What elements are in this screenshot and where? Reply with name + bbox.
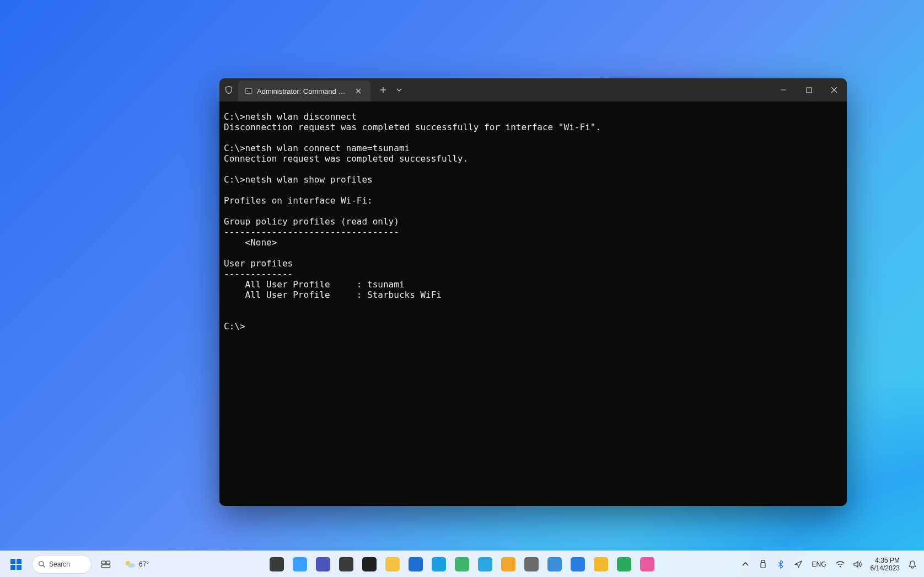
maximize-button[interactable]	[796, 78, 821, 101]
task-view-icon	[100, 559, 111, 570]
taskbar-app-weather-app[interactable]	[290, 554, 310, 574]
close-icon	[356, 88, 361, 94]
svg-rect-17	[106, 561, 110, 564]
search-icon	[38, 560, 46, 568]
tray-bluetooth-icon[interactable]	[773, 553, 788, 575]
settings-icon	[339, 557, 353, 571]
taskbar-app-chrome[interactable]	[591, 554, 611, 574]
taskbar-app-edge-canary[interactable]	[498, 554, 518, 574]
taskbar-search[interactable]: Search	[32, 555, 92, 574]
windows-logo-icon	[10, 558, 22, 570]
svg-rect-13	[17, 565, 22, 570]
taskbar-app-paint[interactable]	[637, 554, 657, 574]
tab-close-button[interactable]	[353, 86, 364, 97]
volume-icon	[853, 560, 862, 568]
titlebar-drag-region[interactable]	[406, 78, 771, 101]
weather-app-icon	[293, 557, 307, 571]
tray-network-icon[interactable]	[833, 553, 847, 575]
outlook-icon	[409, 557, 423, 571]
taskbar: Search 67°	[0, 551, 924, 577]
taskbar-app-calendar[interactable]	[568, 554, 588, 574]
terminal-output[interactable]: C:\>netsh wlan disconnect Disconnection …	[219, 101, 847, 506]
desktop: Administrator: Command Pro	[0, 0, 924, 577]
minimize-button[interactable]	[771, 78, 796, 101]
taskbar-app-edge-dev[interactable]	[475, 554, 495, 574]
file-explorer-icon	[385, 557, 400, 571]
svg-rect-10	[10, 559, 15, 564]
terminal-icon	[362, 557, 377, 571]
usb-icon	[759, 560, 767, 569]
chevron-up-icon	[742, 561, 749, 568]
taskbar-app-outlook[interactable]	[406, 554, 426, 574]
tray-volume-icon[interactable]	[851, 553, 865, 575]
svg-rect-7	[807, 88, 812, 93]
minimize-icon	[780, 87, 787, 93]
bell-icon	[908, 560, 917, 569]
taskbar-app-settings[interactable]	[336, 554, 356, 574]
paint-icon	[640, 557, 654, 571]
clock-date: 6/14/2023	[871, 564, 900, 572]
taskbar-app-store[interactable]	[522, 554, 541, 574]
terminal-tab[interactable]: Administrator: Command Pro	[238, 81, 370, 101]
terminal-window: Administrator: Command Pro	[219, 78, 847, 506]
calendar-icon	[571, 557, 585, 571]
svg-point-20	[127, 563, 135, 568]
taskbar-app-app-green[interactable]	[614, 554, 634, 574]
task-view-icon	[270, 557, 284, 571]
svg-rect-12	[10, 565, 15, 570]
close-icon	[831, 87, 837, 93]
svg-rect-16	[102, 561, 106, 564]
svg-point-23	[839, 565, 841, 567]
taskbar-app-edge-beta[interactable]	[452, 554, 472, 574]
svg-line-15	[43, 565, 45, 567]
tray-location-icon[interactable]	[791, 553, 805, 575]
location-icon	[794, 560, 802, 568]
chrome-icon	[594, 557, 608, 571]
store-icon	[524, 557, 539, 571]
taskbar-app-teams[interactable]	[313, 554, 333, 574]
teams-icon	[316, 557, 330, 571]
cmd-tab-icon	[245, 87, 253, 95]
chevron-down-icon	[396, 87, 402, 93]
search-label: Search	[49, 560, 70, 568]
tab-dropdown-button[interactable]	[393, 78, 406, 101]
clock-time: 4:35 PM	[871, 557, 900, 564]
tab-title: Administrator: Command Pro	[257, 87, 348, 95]
plus-icon	[380, 87, 386, 93]
edge-canary-icon	[501, 557, 515, 571]
taskbar-app-task-view[interactable]	[267, 554, 287, 574]
taskbar-app-notepad[interactable]	[545, 554, 565, 574]
svg-rect-0	[245, 88, 252, 93]
start-button[interactable]	[4, 553, 28, 576]
taskbar-app-file-explorer[interactable]	[383, 554, 402, 574]
language-indicator[interactable]: ENG	[809, 553, 830, 575]
svg-rect-22	[761, 563, 765, 568]
edge-dev-icon	[478, 557, 492, 571]
titlebar[interactable]: Administrator: Command Pro	[219, 78, 847, 101]
tray-overflow-button[interactable]	[738, 553, 753, 575]
svg-point-14	[39, 561, 44, 565]
notepad-icon	[547, 557, 562, 571]
taskbar-clock[interactable]: 4:35 PM 6/14/2023	[868, 557, 902, 572]
svg-rect-18	[102, 564, 110, 567]
task-view-button[interactable]	[96, 554, 116, 574]
window-close-button[interactable]	[821, 78, 847, 101]
app-green-icon	[617, 557, 631, 571]
bluetooth-icon	[777, 560, 784, 569]
new-tab-button[interactable]	[374, 78, 393, 101]
wifi-icon	[836, 560, 845, 568]
notification-center-button[interactable]	[905, 553, 920, 575]
taskbar-app-edge[interactable]	[429, 554, 449, 574]
edge-icon	[432, 557, 446, 571]
edge-beta-icon	[455, 557, 469, 571]
weather-temp: 67°	[139, 560, 149, 568]
weather-widget[interactable]: 67°	[120, 553, 152, 575]
svg-rect-11	[17, 559, 22, 564]
admin-shield-icon	[219, 78, 238, 101]
taskbar-app-terminal[interactable]	[359, 554, 379, 574]
tray-usb-icon[interactable]	[756, 553, 770, 575]
maximize-icon	[806, 87, 812, 93]
weather-icon	[123, 558, 137, 571]
